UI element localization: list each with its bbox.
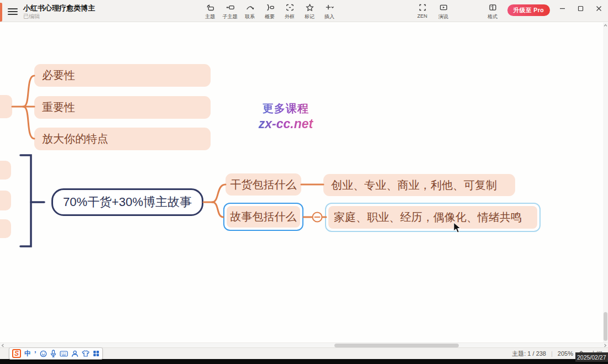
tool-label: 主题 [205,13,215,20]
subtopic-icon [226,3,235,12]
marker-icon [305,3,315,12]
tool-label: 插入 [324,13,334,20]
timestamp-overlay: 2025/02/27 2 [575,352,608,362]
marker-button[interactable]: 标记 [300,2,319,20]
separator-icon[interactable]: ’ [34,350,36,358]
letterbox-strip [0,359,608,364]
tool-label: 外框 [285,13,295,20]
tool-label: 标记 [305,13,315,20]
clipped-parent-node[interactable] [0,95,12,118]
document-status: 已编辑 [23,13,40,20]
topic-node[interactable]: 重要性 [34,96,211,119]
insert-button[interactable]: 插入 [319,2,339,20]
maximize-button[interactable] [572,0,590,17]
close-button[interactable] [590,0,608,17]
format-button[interactable]: 格式 [483,2,502,20]
keyboard-icon[interactable] [60,351,68,357]
boundary-icon [285,3,295,12]
topic-button[interactable]: 主题 [200,2,220,20]
topic-node-label: 家庭、职业、经历，偶像化、情绪共鸣 [334,210,522,225]
main-toolbar: 主题 子主题 联系 概要 外框 [200,2,339,20]
tool-label: 格式 [488,13,497,20]
chinese-mode-icon[interactable]: 中 [24,349,31,358]
boundary-button[interactable]: 外框 [280,2,300,20]
sogou-logo-icon[interactable]: S [12,349,21,358]
tool-label: 概要 [265,13,275,20]
topic-node[interactable]: 放大你的特点 [34,128,211,150]
insert-icon [325,3,334,12]
relationship-icon [245,3,255,12]
zen-icon [418,3,427,12]
scroll-left-icon[interactable] [1,344,4,347]
subtopic-button[interactable]: 子主题 [220,2,240,20]
topic-counter: 主题: 1 / 238 [512,350,546,358]
document-title: 小红书心理疗愈类博主 [23,3,95,13]
status-divider: | [551,350,553,357]
titlebar: 小红书心理疗愈类博主 已编辑 主题 子主题 联系 概要 [0,0,608,22]
topic-node-selected[interactable]: 故事包括什么 [223,203,303,231]
presentation-icon [439,3,448,12]
tool-label: ZEN [417,13,427,19]
scroll-up-icon[interactable] [604,24,607,27]
topic-node-label: 干货包括什么 [230,177,297,192]
skin-icon[interactable] [82,350,90,357]
hamburger-menu-icon[interactable] [8,7,18,15]
zoom-level[interactable]: 205% [558,350,573,357]
horizontal-scroll-thumb[interactable] [334,344,459,347]
topic-node-label: 创业、专业、商业，利他、可复制 [331,178,497,193]
presentation-button[interactable]: 演说 [433,2,454,20]
toolbox-icon[interactable] [93,350,99,357]
upgrade-pro-button[interactable]: 升级至 Pro [507,4,550,16]
window-controls [553,0,608,18]
topic-node[interactable]: 必要性 [34,64,211,87]
central-topic-label: 70%干货+30%博主故事 [63,194,192,210]
edge-accent [0,3,2,22]
topic-node-label: 必要性 [42,68,75,83]
tool-label: 演说 [438,13,448,20]
relationship-button[interactable]: 联系 [240,2,260,20]
topic-node-highlighted[interactable]: 家庭、职业、经历，偶像化、情绪共鸣 [325,203,541,232]
topic-node-label: 故事包括什么 [230,209,297,224]
vertical-scrollbar[interactable] [603,23,608,342]
horizontal-scrollbar[interactable] [0,342,608,347]
vertical-scroll-thumb[interactable] [604,312,607,341]
central-topic-node[interactable]: 70%干货+30%博主故事 [51,188,203,216]
clipped-node[interactable] [0,191,11,210]
secondary-toolbar: ZEN 演说 [412,2,454,20]
tool-label: 联系 [245,13,255,20]
summary-icon [265,3,275,12]
emoji-icon[interactable] [40,350,47,357]
minimize-button[interactable] [553,0,572,17]
ime-toolbar: S 中 ’ [9,347,103,360]
maximize-icon [578,6,584,12]
topic-node-label: 放大你的特点 [42,131,108,146]
topic-icon [206,3,215,12]
minimize-icon [559,6,565,12]
account-icon[interactable] [71,350,78,357]
clipped-node[interactable] [0,219,11,238]
microphone-icon[interactable] [50,350,56,357]
scroll-right-icon[interactable] [604,344,607,347]
topic-node-label: 重要性 [42,100,75,115]
tool-label: 子主题 [223,13,238,20]
topic-node[interactable]: 创业、专业、商业，利他、可复制 [323,174,515,196]
summary-button[interactable]: 概要 [260,2,280,20]
clipped-node[interactable] [0,161,11,180]
close-icon [596,6,602,12]
topic-node[interactable]: 干货包括什么 [226,173,301,196]
format-icon [488,3,497,12]
zen-button[interactable]: ZEN [412,2,433,20]
